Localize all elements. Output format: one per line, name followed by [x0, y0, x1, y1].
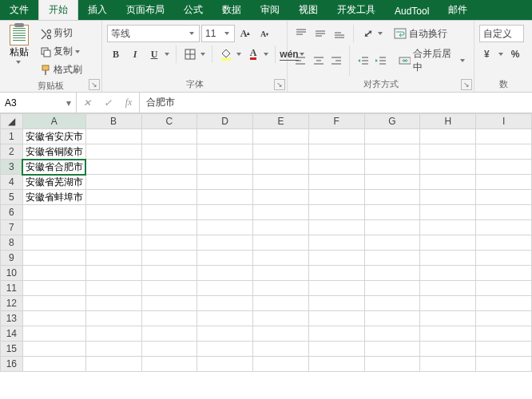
row-header[interactable]: 8 — [1, 235, 23, 251]
cell[interactable] — [197, 220, 253, 235]
cell[interactable] — [197, 281, 253, 296]
cell[interactable] — [308, 342, 364, 357]
cell[interactable] — [476, 175, 532, 190]
cell[interactable] — [197, 190, 253, 205]
tab-file[interactable]: 文件 — [0, 0, 38, 20]
cell[interactable] — [364, 205, 420, 220]
cell[interactable] — [253, 129, 309, 144]
cell[interactable] — [253, 190, 309, 205]
bold-button[interactable]: B — [107, 45, 125, 63]
cell[interactable] — [308, 160, 364, 175]
cell[interactable] — [476, 144, 532, 160]
align-middle-button[interactable] — [312, 25, 329, 42]
cell[interactable] — [22, 326, 85, 342]
cell[interactable] — [85, 326, 141, 342]
cell[interactable] — [197, 251, 253, 266]
cell[interactable] — [364, 129, 420, 144]
cell[interactable] — [364, 281, 420, 296]
cell[interactable] — [364, 296, 420, 311]
row-header[interactable]: 4 — [1, 175, 23, 190]
cell[interactable] — [22, 311, 85, 326]
cell[interactable] — [141, 220, 197, 235]
cell[interactable] — [476, 235, 532, 251]
cell[interactable] — [420, 296, 476, 311]
cell[interactable] — [308, 220, 364, 235]
cell[interactable] — [308, 205, 364, 220]
cell[interactable] — [253, 326, 309, 342]
cell[interactable] — [197, 326, 253, 342]
column-header[interactable]: C — [141, 114, 197, 129]
align-bottom-button[interactable] — [331, 25, 348, 42]
cell[interactable] — [253, 175, 309, 190]
cell[interactable] — [22, 220, 85, 235]
cell[interactable] — [197, 296, 253, 311]
orientation-dropdown-icon[interactable] — [378, 30, 384, 37]
cell[interactable] — [141, 342, 197, 357]
column-header[interactable]: B — [85, 114, 141, 129]
increase-indent-button[interactable] — [373, 52, 389, 69]
cell[interactable]: 安徽省芜湖市 — [22, 175, 85, 190]
cell[interactable] — [308, 326, 364, 342]
cell[interactable] — [308, 281, 364, 296]
tab-audtool[interactable]: AudTool — [385, 2, 439, 20]
cell[interactable] — [476, 220, 532, 235]
tab-view[interactable]: 视图 — [289, 0, 328, 20]
fill-dropdown-icon[interactable] — [236, 51, 243, 57]
grid-area[interactable]: ◢ ABCDEFGHI 1安徽省安庆市2安徽省铜陵市3安徽省合肥市4安徽省芜湖市… — [0, 113, 532, 399]
cell[interactable] — [141, 251, 197, 266]
cell[interactable] — [85, 220, 141, 235]
cell[interactable] — [253, 296, 309, 311]
row-header[interactable]: 1 — [1, 129, 23, 144]
cell[interactable] — [308, 357, 364, 372]
cell[interactable] — [85, 190, 141, 205]
row-header[interactable]: 14 — [1, 326, 23, 342]
align-top-button[interactable] — [292, 25, 310, 42]
cell[interactable] — [364, 220, 420, 235]
cell[interactable] — [308, 144, 364, 160]
cell[interactable] — [22, 357, 85, 372]
cell[interactable] — [141, 144, 197, 160]
cell[interactable] — [22, 281, 85, 296]
cell[interactable] — [141, 235, 197, 251]
cell[interactable] — [364, 251, 420, 266]
number-format-combo[interactable]: 自定义 — [479, 25, 524, 42]
cell[interactable] — [308, 251, 364, 266]
cell[interactable] — [364, 235, 420, 251]
cell[interactable] — [141, 129, 197, 144]
cell[interactable] — [253, 205, 309, 220]
cell[interactable] — [308, 266, 364, 281]
column-header[interactable]: F — [308, 114, 364, 129]
cell[interactable] — [253, 220, 309, 235]
cell[interactable] — [22, 266, 85, 281]
increase-font-button[interactable]: A▴ — [236, 25, 254, 42]
cell[interactable] — [141, 160, 197, 175]
cell[interactable] — [197, 144, 253, 160]
cancel-formula-button[interactable]: ✕ — [77, 93, 97, 113]
cell[interactable] — [85, 296, 141, 311]
cell[interactable]: 安徽省安庆市 — [22, 129, 85, 144]
cell[interactable] — [420, 160, 476, 175]
cell[interactable] — [85, 205, 141, 220]
copy-button[interactable]: 复制 — [37, 43, 85, 60]
merge-center-button[interactable]: 合并后居中 — [395, 45, 469, 76]
cell[interactable] — [85, 342, 141, 357]
underline-dropdown-icon[interactable] — [165, 51, 171, 57]
cell[interactable] — [420, 205, 476, 220]
accounting-format-button[interactable]: ¥ — [479, 45, 497, 63]
row-header[interactable]: 2 — [1, 144, 23, 160]
column-header[interactable]: E — [253, 114, 309, 129]
align-center-button[interactable] — [310, 52, 326, 69]
cell[interactable] — [141, 296, 197, 311]
cell[interactable] — [197, 160, 253, 175]
borders-button[interactable] — [181, 45, 199, 63]
cell[interactable] — [85, 266, 141, 281]
cell[interactable] — [308, 175, 364, 190]
alignment-launcher[interactable]: ↘ — [461, 79, 472, 90]
cell[interactable] — [420, 129, 476, 144]
cell[interactable] — [22, 251, 85, 266]
cell[interactable] — [141, 326, 197, 342]
cell[interactable] — [22, 205, 85, 220]
font-name-combo[interactable]: 等线 — [107, 25, 200, 42]
underline-button[interactable]: U — [145, 45, 163, 63]
cell[interactable] — [364, 144, 420, 160]
